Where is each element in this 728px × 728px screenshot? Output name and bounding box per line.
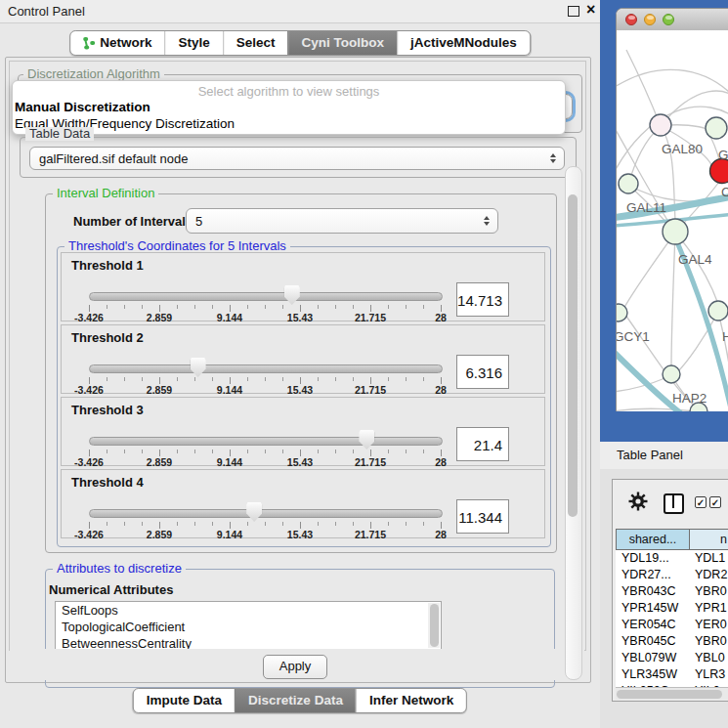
threshold-value-field[interactable]: 14.713 (456, 282, 509, 317)
tab-cyni-toolbox[interactable]: Cyni Toolbox (288, 31, 398, 55)
node-label-gal4: GAL4 (678, 252, 712, 267)
cell-name: YBL0 (695, 650, 725, 666)
scale-label: -3.426 (74, 456, 104, 468)
tick-mark (142, 450, 143, 453)
tick-mark (194, 305, 195, 309)
gear-icon[interactable] (628, 492, 648, 511)
dropdown-option-manual-discretization[interactable]: Manual Discretization (15, 100, 150, 114)
scale-label: 15.43 (287, 384, 313, 396)
node-top-right[interactable] (706, 117, 727, 139)
network-window-titlebar[interactable] (617, 9, 728, 31)
tick-mark (247, 305, 248, 309)
table-inner-panel: ✓ ✓ shared... n YDL19...YDL1YDR27...YDR2… (612, 479, 728, 702)
node-gal11[interactable] (619, 174, 638, 193)
cell-shared-name: YBR045C (621, 633, 676, 650)
main-scrollbar[interactable] (565, 166, 582, 680)
num-intervals-combobox[interactable]: 5 (186, 208, 498, 234)
slider-track[interactable] (89, 509, 443, 518)
close-icon[interactable]: × (586, 1, 595, 19)
column-header-shared-name[interactable]: shared... (616, 529, 690, 550)
scale-label: 15.43 (287, 529, 313, 540)
tick-mark (318, 305, 319, 309)
tick-mark (230, 305, 231, 312)
slider-track[interactable] (89, 364, 443, 373)
table-row[interactable]: YDL19...YDL1 (616, 550, 728, 567)
slider-scale-labels: -3.4262.8599.14415.4321.71528 (89, 456, 441, 468)
tick-mark (282, 522, 283, 526)
tab-impute-data[interactable]: Impute Data (134, 689, 235, 712)
threshold-value-field[interactable]: 11.344 (456, 499, 509, 534)
slider-thumb[interactable] (359, 430, 374, 450)
tab-jactivemnodules[interactable]: jActiveMNodules (397, 31, 530, 55)
tab-network[interactable]: Network (70, 31, 164, 55)
table-row[interactable]: YBR045CYBR0 (616, 633, 728, 650)
attribute-list-item[interactable]: BetweennessCentrality (56, 635, 441, 650)
slider-track[interactable] (89, 292, 443, 301)
table-horizontal-scrollbar[interactable] (616, 687, 728, 700)
slider-thumb[interactable] (191, 358, 206, 377)
attribute-list-item[interactable]: SelfLoops (56, 602, 441, 619)
control-panel-titlebar: Control Panel × (0, 0, 600, 23)
threshold-row-2: Threshold 2-3.4262.8599.14415.4321.71528… (61, 324, 545, 394)
attributes-scrollbar[interactable] (428, 603, 440, 648)
scale-label: 9.144 (217, 384, 242, 396)
spinner-icon (484, 216, 490, 226)
tick-mark (107, 305, 107, 309)
dropdown-placeholder-item[interactable]: Select algorithm to view settings (13, 84, 565, 99)
network-canvas[interactable]: GAL80GACGAL11GAL4GCY1HHAP2 (617, 30, 728, 411)
tick-mark (212, 522, 213, 526)
node-label-c: C (721, 185, 728, 199)
close-traffic-light-icon[interactable] (625, 14, 637, 25)
table-row[interactable]: YER054CYER0 (616, 617, 728, 633)
tab-select[interactable]: Select (223, 31, 288, 55)
apply-button[interactable]: Apply (263, 655, 327, 679)
numerical-attributes-list[interactable]: SelfLoopsTopologicalCoefficientBetweenne… (55, 601, 442, 650)
table-row[interactable]: YDR27...YDR2 (616, 567, 728, 583)
tick-mark (441, 305, 442, 312)
tick-mark (388, 377, 389, 381)
scale-label: 2.859 (147, 384, 172, 396)
node-red-selected[interactable] (710, 159, 728, 184)
checkbox-icon[interactable]: ✓ (709, 496, 721, 508)
threshold-value-field[interactable]: 21.4 (456, 427, 509, 461)
tab-infer-network[interactable]: Infer Network (356, 689, 466, 712)
right-column: GAL80GACGAL11GAL4GCY1HHAP2 Table Panel (600, 0, 728, 728)
spinner-icon (550, 153, 556, 163)
threshold-value-field[interactable]: 6.316 (456, 355, 509, 389)
node-gal80[interactable] (650, 114, 671, 136)
tab-style[interactable]: Style (164, 31, 222, 55)
float-window-icon[interactable] (568, 6, 579, 17)
minimize-traffic-light-icon[interactable] (644, 14, 656, 25)
column-header-name[interactable]: n (689, 529, 728, 550)
slider-track[interactable] (89, 437, 443, 446)
threshold-label: Threshold 4 (71, 475, 144, 490)
tick-mark (107, 522, 107, 526)
attribute-list-item[interactable]: TopologicalCoefficient (56, 619, 441, 635)
cell-name: YDL1 (695, 550, 725, 567)
scale-label: 2.859 (147, 312, 172, 323)
tick-mark (318, 377, 319, 381)
split-view-icon[interactable] (664, 493, 684, 514)
table-row[interactable]: YBL079WYBL0 (616, 650, 728, 666)
slider-thumb[interactable] (246, 502, 262, 522)
node-hap2[interactable] (663, 365, 680, 383)
slider-thumb[interactable] (284, 285, 300, 305)
scale-label: 9.144 (217, 456, 242, 468)
table-row[interactable]: YBR043CYBR0 (616, 583, 728, 600)
table-row[interactable]: YPR145WYPR1 (616, 600, 728, 617)
node-mid-right[interactable] (708, 301, 728, 321)
table-data-combobox[interactable]: galFiltered.sif default node (29, 147, 565, 170)
tab-jactivemnodules-label: jActiveMNodules (410, 31, 517, 55)
tick-mark (159, 522, 160, 529)
node-gal4[interactable] (663, 219, 688, 244)
table-panel-titlebar: Table Panel (600, 442, 728, 470)
zoom-traffic-light-icon[interactable] (663, 14, 674, 25)
tick-mark (370, 305, 371, 312)
table-row[interactable]: YLR345WYLR3 (616, 666, 728, 683)
checkbox-icon[interactable]: ✓ (695, 496, 707, 508)
node-gcy1[interactable] (617, 304, 627, 321)
tab-discretize-data[interactable]: Discretize Data (235, 689, 356, 712)
table-panel-body: ✓ ✓ shared... n YDL19...YDL1YDR27...YDR2… (600, 469, 728, 728)
tick-mark (124, 305, 125, 309)
tab-network-label: Network (100, 31, 151, 55)
